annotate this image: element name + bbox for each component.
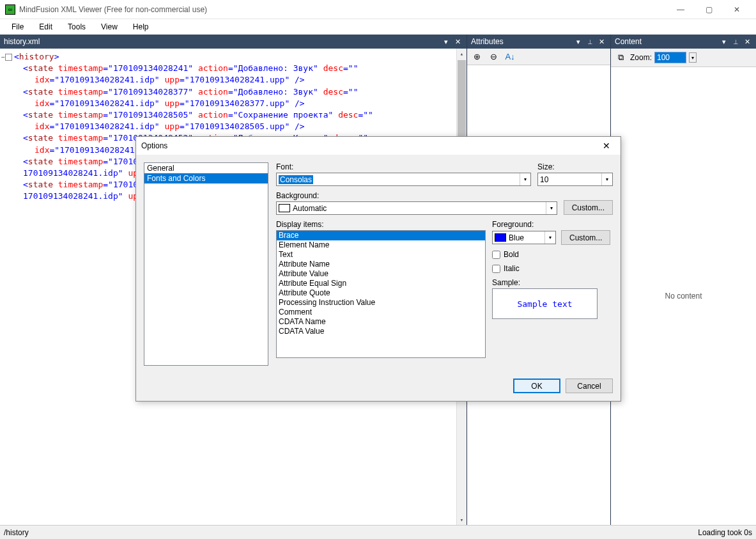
- size-value: 10: [540, 175, 548, 184]
- display-item[interactable]: Attribute Value: [277, 269, 485, 279]
- menu-view[interactable]: View: [95, 20, 124, 33]
- category-fonts-and-colors[interactable]: Fonts and Colors: [144, 173, 268, 184]
- bold-checkbox[interactable]: Bold: [492, 250, 613, 259]
- attributes-toolbar: ⊕ ⊖ A↓: [467, 49, 610, 65]
- zoom-label: Zoom:: [630, 53, 652, 62]
- menu-edit[interactable]: Edit: [33, 20, 59, 33]
- category-general[interactable]: General: [144, 163, 268, 173]
- display-item[interactable]: Element Name: [277, 240, 485, 250]
- zoom-input[interactable]: [654, 52, 686, 63]
- sample-preview: Sample text: [492, 288, 598, 319]
- zoom-dropdown-icon[interactable]: ▾: [689, 52, 697, 63]
- status-path: /history: [4, 528, 29, 537]
- display-item[interactable]: CDATA Value: [277, 327, 485, 336]
- size-combobox[interactable]: 10 ▾: [537, 173, 613, 186]
- background-value: Automatic: [293, 204, 327, 213]
- xml-element-state[interactable]: <state timestamp="170109134028377" actio…: [23, 86, 465, 109]
- background-combobox[interactable]: Automatic ▾: [276, 201, 557, 215]
- window-title: MindFusion XML Viewer (Free for non-comm…: [19, 5, 667, 14]
- display-item[interactable]: Comment: [277, 308, 485, 317]
- panel-dropdown-icon[interactable]: ▾: [719, 36, 729, 47]
- scroll-down-arrow[interactable]: ▾: [457, 515, 467, 525]
- content-empty-label: No content: [611, 67, 756, 525]
- status-load-time: Loading took 0s: [698, 528, 752, 537]
- cancel-button[interactable]: Cancel: [566, 379, 613, 393]
- display-items-listbox[interactable]: BraceElement NameTextAttribute NameAttri…: [276, 230, 486, 358]
- panel-pin-icon[interactable]: ⟂: [585, 36, 595, 47]
- panel-pin-icon[interactable]: ⟂: [730, 36, 741, 47]
- title-bar: ∞ MindFusion XML Viewer (Free for non-co…: [0, 0, 756, 19]
- xml-element-state[interactable]: <state timestamp="170109134028505" actio…: [23, 109, 465, 132]
- attributes-panel-header: Attributes ▾ ⟂ ✕: [467, 35, 610, 49]
- background-label: Background:: [276, 191, 557, 200]
- sample-label: Sample:: [492, 278, 613, 287]
- content-panel-header: Content ▾ ⟂ ✕: [611, 35, 756, 49]
- dialog-title: Options: [141, 141, 598, 150]
- minimize-button[interactable]: —: [667, 1, 695, 19]
- options-dialog: Options ✕ General Fonts and Colors Font:…: [135, 136, 621, 402]
- xml-element-root[interactable]: −<history>: [5, 51, 465, 63]
- panel-close-icon[interactable]: ✕: [452, 36, 463, 47]
- font-combobox[interactable]: Consolas ▾: [276, 173, 531, 186]
- display-item[interactable]: Attribute Name: [277, 260, 485, 269]
- italic-checkbox[interactable]: Italic: [492, 264, 613, 273]
- display-item[interactable]: Processing Instruction Value: [277, 298, 485, 308]
- panel-dropdown-icon[interactable]: ▾: [573, 36, 583, 47]
- close-button[interactable]: ✕: [723, 1, 751, 19]
- app-icon: ∞: [5, 4, 15, 15]
- font-value: Consolas: [279, 175, 313, 184]
- content-panel: Content ▾ ⟂ ✕ ⧉ Zoom: ▾ No content: [610, 35, 756, 525]
- menu-bar: File Edit Tools View Help: [0, 19, 756, 35]
- panel-close-icon[interactable]: ✕: [742, 36, 752, 47]
- foreground-combobox[interactable]: Blue ▾: [492, 231, 556, 244]
- display-item[interactable]: Attribute Quote: [277, 288, 485, 298]
- copy-icon[interactable]: ⧉: [613, 51, 628, 65]
- display-items-label: Display items:: [276, 220, 486, 229]
- remove-attribute-icon[interactable]: ⊖: [486, 50, 500, 64]
- chevron-down-icon[interactable]: ▾: [601, 173, 612, 185]
- display-item[interactable]: CDATA Name: [277, 317, 485, 327]
- background-swatch: [279, 204, 290, 212]
- panel-close-icon[interactable]: ✕: [596, 36, 606, 47]
- foreground-label: Foreground:: [492, 220, 613, 229]
- collapse-toggle[interactable]: −: [5, 54, 12, 61]
- foreground-custom-button[interactable]: Custom...: [561, 230, 610, 245]
- add-attribute-icon[interactable]: ⊕: [470, 50, 484, 64]
- options-category-list[interactable]: General Fonts and Colors: [144, 162, 268, 366]
- display-item[interactable]: Text: [277, 250, 485, 260]
- foreground-value: Blue: [509, 233, 524, 242]
- menu-file[interactable]: File: [5, 20, 30, 33]
- chevron-down-icon[interactable]: ▾: [546, 202, 557, 214]
- chevron-down-icon[interactable]: ▾: [520, 173, 530, 185]
- font-label: Font:: [276, 162, 531, 171]
- dialog-close-button[interactable]: ✕: [598, 138, 615, 153]
- ok-button[interactable]: OK: [513, 379, 560, 393]
- display-item[interactable]: Brace: [277, 231, 485, 240]
- content-toolbar: ⧉ Zoom: ▾: [611, 49, 756, 67]
- xml-element-state[interactable]: <state timestamp="170109134028241" actio…: [23, 63, 465, 86]
- menu-help[interactable]: Help: [127, 20, 155, 33]
- background-custom-button[interactable]: Custom...: [564, 200, 613, 215]
- document-tab-title[interactable]: history.xml: [4, 37, 440, 46]
- display-item[interactable]: Attribute Equal Sign: [277, 279, 485, 288]
- document-panel-header: history.xml ▾ ✕: [0, 35, 467, 49]
- attributes-title: Attributes: [471, 37, 572, 46]
- maximize-button[interactable]: ▢: [695, 1, 723, 19]
- chevron-down-icon[interactable]: ▾: [544, 231, 555, 244]
- dialog-titlebar: Options ✕: [136, 137, 621, 155]
- panel-dropdown-icon[interactable]: ▾: [441, 36, 451, 47]
- content-title: Content: [615, 37, 718, 46]
- menu-tools[interactable]: Tools: [61, 20, 92, 33]
- sort-attributes-icon[interactable]: A↓: [503, 50, 517, 64]
- scroll-up-arrow[interactable]: ▴: [457, 49, 467, 59]
- foreground-swatch: [495, 233, 506, 242]
- size-label: Size:: [537, 162, 613, 171]
- status-bar: /history Loading took 0s: [0, 525, 756, 539]
